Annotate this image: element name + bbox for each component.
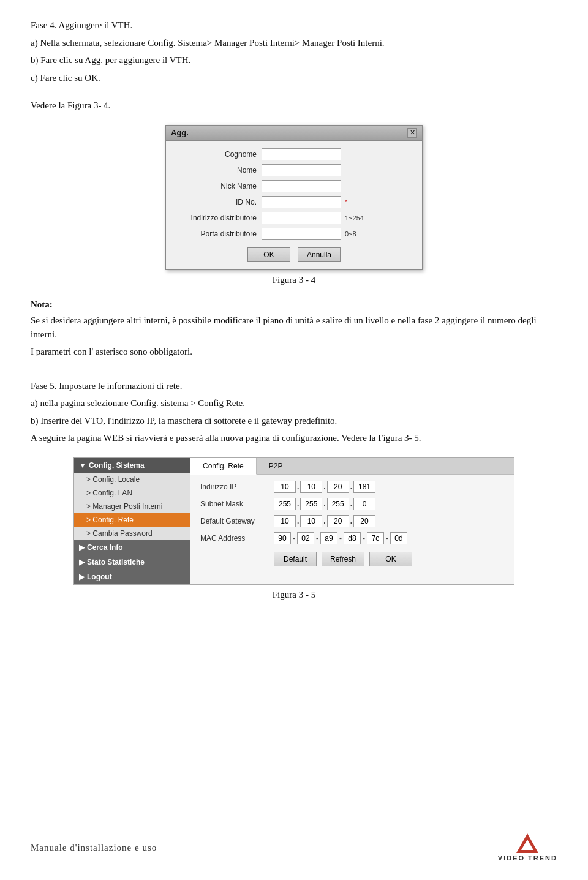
mac-dash-1: - (293, 534, 295, 543)
mac-byte6[interactable] (390, 532, 407, 544)
subnet-dot-3: . (350, 500, 352, 508)
ip-octet1[interactable] (274, 481, 296, 493)
tab-p2p[interactable]: P2P (257, 458, 296, 474)
dialog-buttons: OK Annulla (176, 247, 412, 262)
mac-byte2[interactable] (297, 532, 314, 544)
gateway-input-group: . . . (274, 515, 375, 527)
porta-range: 0~8 (345, 230, 356, 238)
gw-dot-1: . (297, 517, 299, 525)
logo-triangle-container (516, 833, 538, 853)
dialog-ok-button[interactable]: OK (247, 247, 290, 262)
nota-text: Se si desidera aggiungere altri interni,… (31, 314, 557, 341)
subnet-dot-1: . (297, 500, 299, 508)
sidebar-item-label-lan: > Config. LAN (86, 489, 132, 497)
screenshot-inner: ▼ Config. Sistema > Config. Locale > Con… (74, 458, 514, 584)
config-table: Indirizzo IP . . . (190, 475, 514, 573)
label-porta: Porta distributore (176, 230, 262, 238)
input-nome[interactable] (262, 164, 341, 176)
ip-dot-2: . (323, 483, 325, 491)
input-porta[interactable] (262, 228, 341, 240)
sidebar-triangle-icon: ▼ (79, 461, 86, 470)
figura35-container: ▼ Config. Sistema > Config. Locale > Con… (31, 457, 557, 585)
sidebar-item-config-lan[interactable]: > Config. LAN (74, 486, 190, 500)
tab-config-rete[interactable]: Config. Rete (190, 458, 257, 475)
fase5-c: A seguire la pagina WEB si riavvierà e p… (31, 431, 557, 445)
gw-dot-3: . (350, 517, 352, 525)
sidebar-group-logout[interactable]: ▶ Logout (74, 570, 190, 584)
sidebar-triangle-icon-4: ▶ (79, 573, 85, 581)
subnet-input-group: . . . (274, 498, 375, 510)
dialog-title: Agg. (171, 128, 189, 137)
figura34-caption: Figura 3 - 4 (31, 275, 557, 285)
input-nickname[interactable] (262, 180, 341, 192)
label-nome: Nome (176, 166, 262, 175)
fase5-a: a) nella pagina selezionare Config. sist… (31, 396, 557, 410)
mac-dash-4: - (363, 534, 365, 543)
sidebar-group-label-1: Config. Sistema (89, 461, 145, 470)
ip-octet2[interactable] (300, 481, 322, 493)
subnet-octet2[interactable] (300, 498, 322, 510)
mac-dash-5: - (386, 534, 388, 543)
subnet-octet4[interactable] (353, 498, 375, 510)
mac-dash-3: - (339, 534, 342, 543)
figura34-container: Agg. ✕ Cognome Nome Nick Name (31, 125, 557, 270)
gw-octet1[interactable] (274, 515, 296, 527)
input-cognome[interactable] (262, 148, 341, 160)
mac-byte5[interactable] (367, 532, 384, 544)
sidebar-item-manager-posti[interactable]: > Manager Posti Interni (74, 500, 190, 513)
sidebar-group-label-2: Cerca Info (87, 543, 123, 552)
vedere-figura-1: Vedere la Figura 3- 4. (31, 99, 557, 113)
subnet-octet3[interactable] (327, 498, 349, 510)
label-cognome: Cognome (176, 150, 262, 159)
dialog-row-porta: Porta distributore 0~8 (176, 228, 412, 240)
input-idno[interactable] (262, 196, 341, 208)
subnet-octet1[interactable] (274, 498, 296, 510)
label-subnet: Subnet Mask (200, 500, 274, 508)
ip-input-group: . . . (274, 481, 375, 493)
parametri-text: I parametri con l' asterisco sono obblig… (31, 345, 557, 359)
dialog-annulla-button[interactable]: Annulla (298, 247, 341, 262)
refresh-button[interactable]: Refresh (322, 552, 364, 566)
mac-byte1[interactable] (274, 532, 291, 544)
dialog-row-nickname: Nick Name (176, 180, 412, 192)
sidebar-item-config-locale[interactable]: > Config. Locale (74, 473, 190, 486)
fase5-heading: Fase 5. Impostare le informazioni di ret… (31, 379, 557, 393)
mac-byte4[interactable] (344, 532, 361, 544)
figura35-caption: Figura 3 - 5 (31, 590, 557, 600)
sidebar-item-cambia-password[interactable]: > Cambia Password (74, 527, 190, 540)
page-content: Fase 4. Aggiungere il VTH. a) Nella sche… (31, 18, 557, 600)
gw-octet4[interactable] (353, 515, 375, 527)
step-b: b) Fare clic su Agg. per aggiungere il V… (31, 53, 557, 67)
logo-text: VIDEO TREND (498, 854, 557, 862)
label-mac: MAC Address (200, 534, 274, 543)
ok-button[interactable]: OK (369, 552, 412, 566)
mac-byte3[interactable] (320, 532, 337, 544)
mac-input-group: - - - - - (274, 532, 407, 544)
sidebar-group-stato[interactable]: ▶ Stato Statistiche (74, 555, 190, 570)
config-row-gateway: Default Gateway . . . (200, 515, 504, 527)
dialog-body: Cognome Nome Nick Name ID No. * (166, 141, 422, 269)
dialog-close-button[interactable]: ✕ (407, 128, 417, 138)
nota-title: Nota: (31, 298, 557, 312)
ip-octet4[interactable] (353, 481, 375, 493)
sidebar-group-label-3: Stato Statistiche (87, 558, 145, 566)
ip-dot-1: . (297, 483, 299, 491)
footer-text: Manuale d'installazione e uso (31, 843, 157, 853)
label-nickname: Nick Name (176, 182, 262, 190)
main-area: Config. Rete P2P Indirizzo IP . (190, 458, 514, 584)
config-screenshot: ▼ Config. Sistema > Config. Locale > Con… (74, 457, 514, 585)
sidebar-item-config-rete[interactable]: > Config. Rete (74, 513, 190, 527)
gw-octet3[interactable] (327, 515, 349, 527)
gw-octet2[interactable] (300, 515, 322, 527)
sidebar-group-cerca-info[interactable]: ▶ Cerca Info (74, 540, 190, 555)
config-row-subnet: Subnet Mask . . . (200, 498, 504, 510)
sidebar-group-config-sistema[interactable]: ▼ Config. Sistema (74, 458, 190, 473)
sidebar-item-label-rete: > Config. Rete (86, 516, 134, 524)
nota-section: Nota: Se si desidera aggiungere altri in… (31, 298, 557, 359)
dialog-row-nome: Nome (176, 164, 412, 176)
ip-octet3[interactable] (327, 481, 349, 493)
label-ip: Indirizzo IP (200, 483, 274, 491)
sidebar-triangle-icon-3: ▶ (79, 558, 85, 566)
input-indirizzo[interactable] (262, 212, 341, 224)
default-button[interactable]: Default (274, 552, 317, 566)
